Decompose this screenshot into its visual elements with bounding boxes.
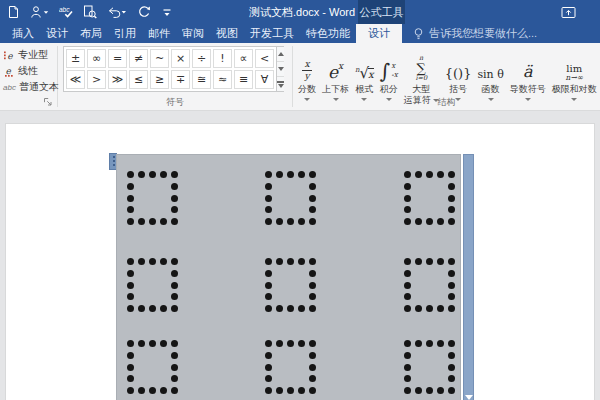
symbol-cell[interactable]: >: [87, 70, 106, 89]
matrix-placeholder-cell[interactable]: [404, 258, 455, 312]
gallery-scroll-down-icon[interactable]: [277, 62, 284, 77]
new-file-icon[interactable]: [7, 5, 20, 19]
matrix-placeholder-cell[interactable]: [127, 258, 178, 312]
structure-script-button[interactable]: ex上下标: [319, 45, 352, 101]
placeholder-dot: [404, 352, 411, 359]
matrix-placeholder-cell[interactable]: [265, 171, 316, 225]
placeholder-dot: [309, 375, 316, 382]
matrix-placeholder-cell[interactable]: [127, 171, 178, 225]
equation-professional-icon: e: [3, 49, 15, 61]
placeholder-dot: [309, 387, 316, 394]
placeholder-dot: [265, 183, 272, 190]
dialog-launcher-icon[interactable]: [43, 97, 53, 107]
placeholder-dot: [404, 171, 411, 178]
customize-qat-icon[interactable]: [161, 6, 173, 19]
ribbon-tab[interactable]: 布局: [74, 24, 108, 43]
symbol-cell[interactable]: ±: [66, 49, 85, 68]
placeholder-dot: [309, 352, 316, 359]
placeholder-dot: [437, 387, 444, 394]
large-operator-glyph-icon: n∑i=0: [415, 45, 427, 84]
redo-icon[interactable]: [137, 5, 151, 19]
structure-bracket-button[interactable]: {()}括号: [442, 45, 475, 101]
structure-label: 根式: [355, 84, 373, 95]
symbol-cell[interactable]: ∞: [87, 49, 106, 68]
placeholder-dot: [415, 387, 422, 394]
placeholder-dot: [127, 218, 134, 225]
gallery-more-icon[interactable]: [277, 77, 284, 91]
symbol-cell[interactable]: ∝: [234, 49, 253, 68]
structure-integral-button[interactable]: ∫x-x积分: [377, 45, 401, 101]
symbol-cell[interactable]: =: [108, 49, 127, 68]
placeholder-dot: [127, 282, 134, 289]
gallery-scroll-up-icon[interactable]: [277, 47, 284, 62]
svg-text:e: e: [7, 51, 13, 61]
ribbon-tab[interactable]: 引用: [108, 24, 142, 43]
structure-fraction-button[interactable]: xy分数: [295, 45, 319, 101]
symbol-cell[interactable]: ≫: [108, 70, 127, 89]
ribbon-display-options-icon[interactable]: [561, 5, 576, 19]
matrix-placeholder-cell[interactable]: [265, 258, 316, 312]
symbol-cell[interactable]: ∓: [171, 70, 190, 89]
structure-limit-button[interactable]: limn→∞极限和对数: [549, 45, 600, 101]
symbol-cell[interactable]: ÷: [192, 49, 211, 68]
placeholder-dot: [171, 293, 178, 300]
ribbon-tab[interactable]: 开发工具: [244, 24, 300, 43]
placeholder-dot: [127, 206, 134, 213]
ribbon-tab[interactable]: 特色功能: [300, 24, 356, 43]
spellcheck-icon[interactable]: abc: [59, 5, 73, 19]
symbol-cell[interactable]: ≪: [66, 70, 85, 89]
ribbon-tab[interactable]: 设计: [40, 24, 74, 43]
undo-icon[interactable]: [107, 5, 127, 19]
symbol-cell[interactable]: ≤: [129, 70, 148, 89]
structure-accent-button[interactable]: ä导数符号: [507, 45, 549, 101]
selected-equation-matrix[interactable]: [116, 154, 461, 400]
matrix-placeholder-cell[interactable]: [404, 340, 455, 394]
placeholder-dot: [437, 218, 444, 225]
symbol-cell[interactable]: ∀: [255, 70, 274, 89]
placeholder-dot: [298, 218, 305, 225]
placeholder-dot: [127, 375, 134, 382]
ribbon-tab[interactable]: 审阅: [176, 24, 210, 43]
placeholder-dot: [415, 218, 422, 225]
symbol-cell[interactable]: <: [255, 49, 274, 68]
scroll-down-arrow-icon[interactable]: [465, 395, 473, 400]
equation-scrollbar[interactable]: [463, 154, 474, 400]
symbol-cell[interactable]: ≥: [150, 70, 169, 89]
tools-item-normal-text[interactable]: abc普通文本: [2, 79, 57, 95]
symbol-cell[interactable]: ≠: [129, 49, 148, 68]
structure-radical-button[interactable]: n√x根式: [352, 45, 377, 101]
ribbon-tab[interactable]: 视图: [210, 24, 244, 43]
placeholder-dot: [448, 387, 455, 394]
symbol-cell[interactable]: ≅: [192, 70, 211, 89]
structure-function-button[interactable]: sin θ函数: [474, 45, 506, 101]
placeholder-dot: [171, 183, 178, 190]
document-page[interactable]: [5, 123, 595, 400]
tell-me-box[interactable]: 告诉我您想要做什么...: [413, 24, 537, 43]
tools-item-label: 普通文本: [19, 80, 59, 94]
placeholder-dot: [127, 340, 134, 347]
matrix-placeholder-cell[interactable]: [265, 340, 316, 394]
placeholder-dot: [309, 340, 316, 347]
ribbon-tab-active-design[interactable]: 设计: [356, 24, 402, 43]
symbol-cell[interactable]: !: [213, 49, 232, 68]
placeholder-dot: [448, 195, 455, 202]
matrix-placeholder-cell[interactable]: [127, 340, 178, 394]
symbol-cell[interactable]: ~: [150, 49, 169, 68]
placeholder-dot: [287, 387, 294, 394]
placeholder-dot: [287, 305, 294, 312]
tell-me-text: 告诉我您想要做什么...: [429, 26, 537, 41]
matrix-placeholder-cell[interactable]: [404, 171, 455, 225]
tools-item-equation-professional[interactable]: e专业型: [2, 47, 57, 63]
placeholder-dot: [437, 305, 444, 312]
ribbon-tab[interactable]: 邮件: [142, 24, 176, 43]
symbol-cell[interactable]: ≈: [213, 70, 232, 89]
placeholder-dot: [265, 218, 272, 225]
placeholder-dot: [171, 352, 178, 359]
ribbon-tab[interactable]: 插入: [6, 24, 40, 43]
symbol-cell[interactable]: ≡: [234, 70, 253, 89]
symbol-cell[interactable]: ×: [171, 49, 190, 68]
placeholder-dot: [426, 171, 433, 178]
tools-item-equation-linear[interactable]: e线性: [2, 63, 57, 79]
share-user-icon[interactable]: [30, 5, 49, 19]
print-preview-icon[interactable]: [83, 5, 97, 19]
